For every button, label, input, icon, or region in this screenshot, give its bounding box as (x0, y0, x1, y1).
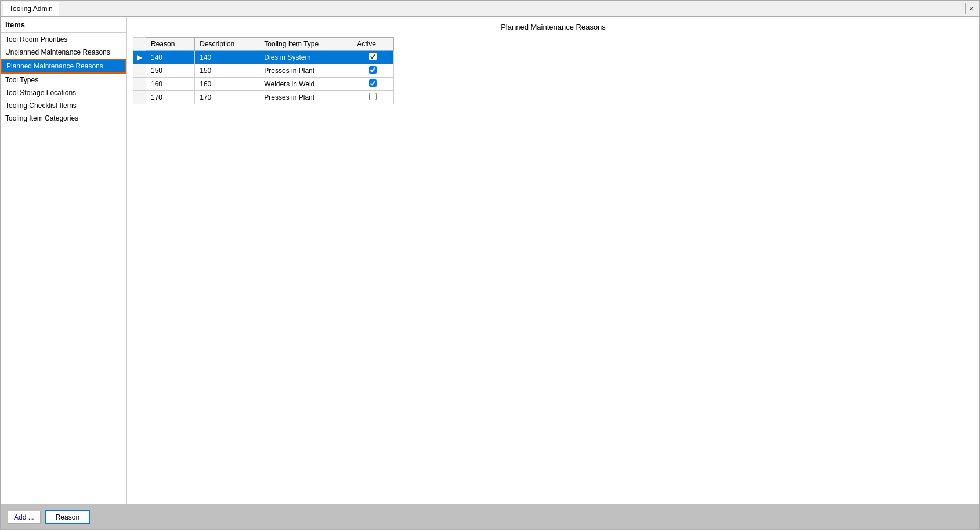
main-window: Tooling Admin × Items Tool Room Prioriti… (0, 0, 980, 530)
sidebar-item-0[interactable]: Tool Room Priorities (1, 33, 126, 46)
title-bar: Tooling Admin × (1, 1, 979, 17)
cell-reason-2: 160 (146, 78, 195, 91)
table-row[interactable]: 170170Presses in Plant (133, 91, 394, 104)
col-header-reason: Reason (146, 38, 195, 51)
sidebar-item-1[interactable]: Unplanned Maintenance Reasons (1, 46, 126, 59)
cell-reason-1: 150 (146, 64, 195, 78)
close-button[interactable]: × (965, 3, 977, 14)
indicator-col-header (133, 38, 146, 51)
table-row[interactable]: 150150Presses in Plant (133, 64, 394, 78)
footer-bar: Add ... Reason (1, 504, 979, 529)
cell-active-0[interactable] (352, 51, 394, 64)
cell-description-1: 150 (195, 64, 259, 78)
cell-description-3: 170 (195, 91, 259, 104)
table-row[interactable]: 160160Welders in Weld (133, 78, 394, 91)
active-checkbox-3[interactable] (369, 93, 377, 100)
data-table: Reason Description Tooling Item Type Act… (133, 37, 394, 104)
row-indicator-1 (133, 64, 146, 78)
add-button[interactable]: Add ... (8, 511, 41, 524)
col-header-tooling-item-type: Tooling Item Type (259, 38, 352, 51)
sidebar-header: Items (1, 17, 126, 33)
table-row[interactable]: ▶140140Dies in System (133, 51, 394, 64)
cell-tooling-item-type-2: Welders in Weld (259, 78, 352, 91)
active-checkbox-0[interactable] (369, 53, 377, 60)
cell-reason-0: 140 (146, 51, 195, 64)
cell-tooling-item-type-1: Presses in Plant (259, 64, 352, 78)
cell-active-2[interactable] (352, 78, 394, 91)
sidebar-item-5[interactable]: Tooling Checklist Items (1, 99, 126, 112)
sidebar-item-2[interactable]: Planned Maintenance Reasons (1, 59, 126, 74)
table-header-row: Reason Description Tooling Item Type Act… (133, 38, 394, 51)
reason-button[interactable]: Reason (45, 510, 90, 524)
title-tab[interactable]: Tooling Admin (3, 2, 59, 16)
cell-active-1[interactable] (352, 64, 394, 78)
cell-description-2: 160 (195, 78, 259, 91)
row-indicator-0: ▶ (133, 51, 146, 64)
main-content: Items Tool Room PrioritiesUnplanned Main… (1, 17, 979, 504)
active-checkbox-2[interactable] (369, 79, 377, 87)
sidebar-item-4[interactable]: Tool Storage Locations (1, 86, 126, 99)
col-header-active: Active (352, 38, 394, 51)
active-checkbox-1[interactable] (369, 66, 377, 74)
cell-reason-3: 170 (146, 91, 195, 104)
sidebar-item-6[interactable]: Tooling Item Categories (1, 112, 126, 125)
data-table-container: Reason Description Tooling Item Type Act… (133, 37, 974, 104)
cell-tooling-item-type-3: Presses in Plant (259, 91, 352, 104)
sidebar-item-3[interactable]: Tool Types (1, 74, 126, 86)
row-indicator-2 (133, 78, 146, 91)
col-header-description: Description (195, 38, 259, 51)
content-title: Planned Maintenance Reasons (133, 23, 974, 31)
cell-active-3[interactable] (352, 91, 394, 104)
content-area: Planned Maintenance Reasons Reason Descr… (127, 17, 979, 504)
row-indicator-3 (133, 91, 146, 104)
sidebar: Items Tool Room PrioritiesUnplanned Main… (1, 17, 127, 504)
cell-description-0: 140 (195, 51, 259, 64)
cell-tooling-item-type-0: Dies in System (259, 51, 352, 64)
